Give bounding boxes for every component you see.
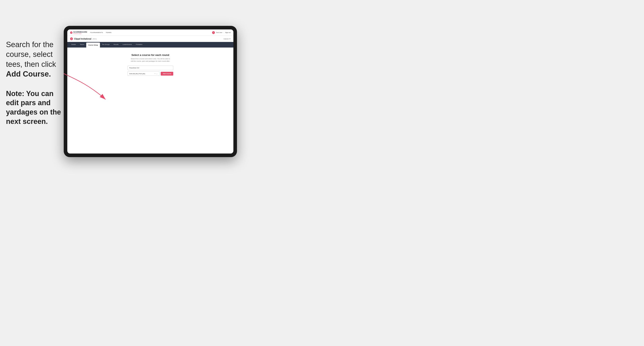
sign-out-link[interactable]: Sign out — [225, 32, 230, 33]
instruction-text: Search for the course, select tees, then… — [6, 40, 56, 78]
tab-printables[interactable]: Printables — [134, 42, 144, 47]
tab-bar: Details Teams Course Setup Tee Groups Re… — [67, 42, 234, 47]
note-text: Note: You can edit pars and yardages on … — [6, 89, 62, 126]
tournament-name: Clippd Invitational — [74, 38, 92, 40]
tee-select-value: Gold (M) (M) (7010 yds) — [129, 73, 145, 75]
nav-teams[interactable]: TEAMS — [106, 32, 112, 33]
tee-row: Gold (M) (M) (7010 yds) × ⌄ Add Course — [128, 71, 173, 76]
cancel-button[interactable]: Cancel ✕ — [224, 38, 230, 40]
tee-select-controls: × ⌄ — [154, 73, 158, 75]
logo-sub: Powered by clippd — [73, 33, 87, 34]
tab-course-setup[interactable]: Course Setup — [86, 42, 100, 47]
tab-details[interactable]: Details — [69, 42, 78, 47]
tournament-title: C Clippd Invitational (Men) — [70, 37, 97, 40]
tournament-gender: (Men) — [92, 38, 97, 40]
tee-clear-icon[interactable]: × — [154, 73, 155, 75]
logo-text: SCOREBOARD — [73, 31, 87, 33]
tablet-screen: S SCOREBOARD Powered by clippd TOURNAMEN… — [67, 29, 234, 154]
course-search-input[interactable] — [128, 66, 173, 70]
tournament-icon: C — [70, 37, 73, 40]
tab-results[interactable]: Results — [112, 42, 121, 47]
section-title: Select a course for each round — [132, 53, 169, 56]
user-avatar: T — [212, 31, 215, 34]
user-name: Test User — [216, 32, 222, 33]
instructions-panel: Search for the course, select tees, then… — [6, 40, 62, 126]
tab-tee-groups[interactable]: Tee Groups — [100, 42, 112, 47]
nav-tournaments[interactable]: TOURNAMENTS — [90, 32, 103, 33]
tablet-frame: S SCOREBOARD Powered by clippd TOURNAMEN… — [64, 26, 237, 157]
add-course-button[interactable]: Add Course — [161, 72, 173, 76]
section-description: Search for a course and select a tee. Yo… — [130, 58, 170, 62]
tab-leaderboards[interactable]: Leaderboards — [121, 42, 134, 47]
pipe: | — [224, 32, 224, 33]
tee-arrow-icon: ⌄ — [156, 73, 158, 75]
tee-select[interactable]: Gold (M) (M) (7010 yds) × ⌄ — [128, 71, 160, 76]
main-content: Select a course for each round Search fo… — [67, 47, 234, 131]
nav-links: TOURNAMENTS TEAMS — [90, 32, 112, 33]
tab-teams[interactable]: Teams — [78, 42, 86, 47]
logo-area: S SCOREBOARD Powered by clippd — [70, 31, 87, 34]
logo-icon: S — [70, 31, 72, 34]
nav-right: T Test User | Sign out — [212, 31, 230, 34]
top-nav: S SCOREBOARD Powered by clippd TOURNAMEN… — [67, 29, 234, 36]
tournament-header: C Clippd Invitational (Men) Cancel ✕ — [67, 36, 234, 42]
